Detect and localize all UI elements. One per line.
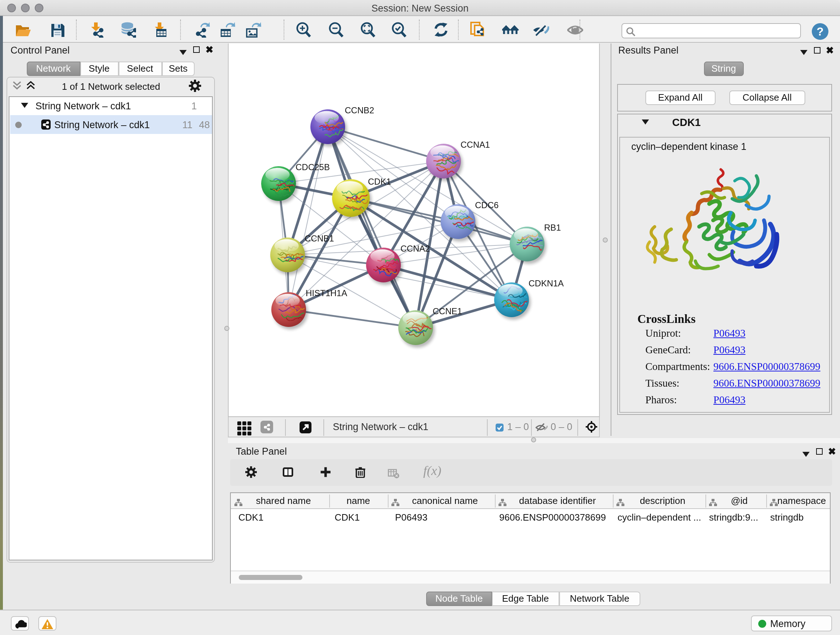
svg-text:CDC6: CDC6 [475, 200, 499, 210]
svg-text:CDK1: CDK1 [368, 176, 391, 186]
svg-text:CCNA1: CCNA1 [461, 139, 490, 149]
svg-text:CDC25B: CDC25B [295, 162, 330, 172]
svg-text:CCNE1: CCNE1 [433, 306, 462, 316]
svg-text:CDKN1A: CDKN1A [529, 278, 564, 288]
svg-text:CCNA2: CCNA2 [401, 243, 430, 253]
svg-text:RB1: RB1 [544, 222, 561, 232]
svg-text:HIST1H1A: HIST1H1A [306, 288, 347, 298]
svg-text:CCNB2: CCNB2 [345, 105, 374, 115]
svg-text:CCNB1: CCNB1 [305, 233, 334, 243]
